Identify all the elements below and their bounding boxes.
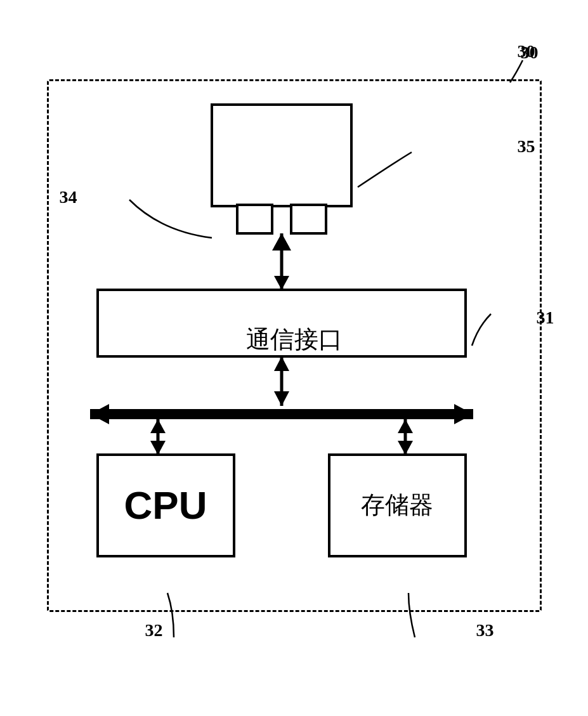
label-33-text: 33	[476, 620, 494, 641]
svg-rect-22	[329, 455, 466, 556]
svg-marker-19	[398, 419, 413, 433]
label-31: 31	[537, 308, 554, 328]
label-30-text: 30	[521, 42, 539, 63]
svg-rect-8	[98, 290, 466, 356]
label-34: 34	[60, 187, 77, 207]
svg-rect-1	[237, 205, 272, 233]
svg-marker-10	[274, 356, 289, 371]
svg-rect-2	[291, 205, 326, 233]
diagram-svg	[34, 41, 554, 675]
label-35: 35	[518, 136, 535, 157]
svg-rect-0	[212, 105, 351, 206]
svg-marker-14	[454, 404, 473, 424]
label-32-text: 32	[145, 620, 163, 641]
svg-marker-17	[150, 441, 166, 455]
svg-marker-16	[150, 419, 166, 433]
svg-marker-6	[274, 233, 289, 247]
svg-rect-21	[98, 455, 234, 556]
svg-marker-20	[398, 441, 413, 455]
svg-marker-7	[274, 276, 289, 290]
svg-marker-11	[274, 391, 289, 406]
diagram-container: 30	[34, 41, 554, 675]
svg-marker-13	[90, 404, 109, 424]
